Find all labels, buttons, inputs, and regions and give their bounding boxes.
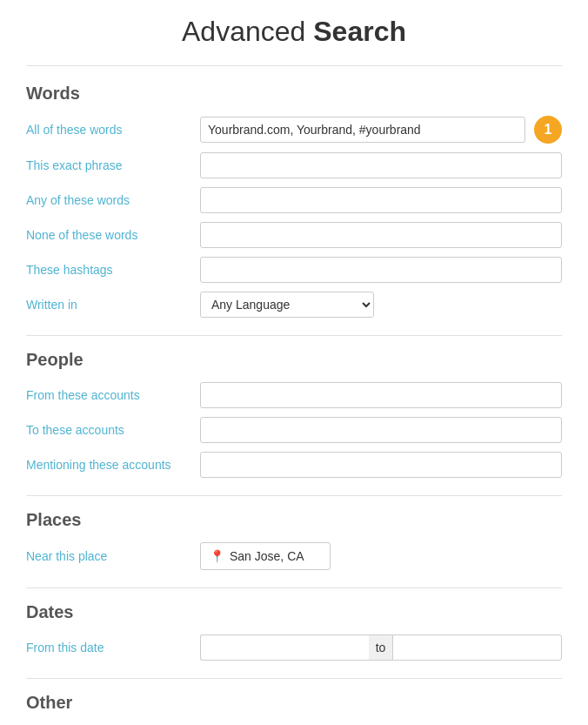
to-these-accounts-row: To these accounts	[26, 417, 562, 443]
these-hashtags-row: These hashtags	[26, 257, 562, 283]
to-these-accounts-label: To these accounts	[26, 423, 200, 437]
title-bold: Search	[313, 16, 406, 47]
places-heading: Places	[26, 510, 562, 530]
any-of-these-words-label: Any of these words	[26, 193, 200, 207]
none-of-these-words-label: None of these words	[26, 228, 200, 242]
all-of-these-words-input-wrapper: 1	[200, 116, 562, 144]
badge-1: 1	[534, 116, 562, 144]
any-of-these-words-input[interactable]	[200, 187, 562, 213]
date-to-input[interactable]	[392, 634, 562, 661]
all-of-these-words-label: All of these words	[26, 123, 200, 137]
mentioning-these-accounts-label: Mentioning these accounts	[26, 458, 200, 472]
from-this-date-label: From this date	[26, 641, 200, 655]
written-in-label: Written in	[26, 298, 200, 312]
page-container: Advanced Search Words All of these words…	[0, 0, 588, 725]
date-from-input[interactable]	[200, 634, 369, 661]
none-of-these-words-row: None of these words	[26, 222, 562, 248]
to-these-accounts-input[interactable]	[200, 417, 562, 443]
location-pin-icon: 📍	[210, 549, 224, 563]
from-these-accounts-row: From these accounts	[26, 382, 562, 408]
mentioning-these-accounts-input[interactable]	[200, 452, 562, 478]
this-exact-phrase-label: This exact phrase	[26, 158, 200, 172]
words-section: Words All of these words 1 This exact ph…	[26, 84, 562, 318]
dates-heading: Dates	[26, 602, 562, 622]
near-this-place-label: Near this place	[26, 549, 200, 563]
divider-places-dates	[26, 587, 562, 588]
other-section: Other 2 Select: Positive :) Negative :( …	[26, 693, 562, 725]
any-of-these-words-row: Any of these words	[26, 187, 562, 213]
all-of-these-words-row: All of these words 1	[26, 116, 562, 144]
from-these-accounts-label: From these accounts	[26, 388, 200, 402]
date-range-inputs: to	[200, 634, 562, 661]
from-these-accounts-input[interactable]	[200, 382, 562, 408]
divider-words-people	[26, 335, 562, 336]
location-input-wrapper[interactable]: 📍 San Jose, CA	[200, 542, 331, 570]
all-of-these-words-input[interactable]	[200, 117, 525, 143]
this-exact-phrase-row: This exact phrase	[26, 152, 562, 178]
date-separator: to	[369, 634, 393, 661]
these-hashtags-label: These hashtags	[26, 263, 200, 277]
divider-people-places	[26, 495, 562, 496]
location-text: San Jose, CA	[230, 549, 304, 563]
this-exact-phrase-input[interactable]	[200, 152, 562, 178]
from-this-date-row: From this date to	[26, 634, 562, 661]
words-heading: Words	[26, 84, 562, 104]
written-in-select[interactable]: Any Language English Spanish French Germ…	[200, 292, 374, 318]
divider-dates-other	[26, 678, 562, 679]
other-heading: Other	[26, 693, 562, 713]
people-section: People From these accounts To these acco…	[26, 350, 562, 478]
dates-section: Dates From this date to	[26, 602, 562, 661]
written-in-row: Written in Any Language English Spanish …	[26, 292, 562, 318]
title-normal: Advanced	[182, 16, 313, 47]
near-this-place-row: Near this place 📍 San Jose, CA	[26, 542, 562, 570]
these-hashtags-input[interactable]	[200, 257, 562, 283]
places-section: Places Near this place 📍 San Jose, CA	[26, 510, 562, 570]
mentioning-these-accounts-row: Mentioning these accounts	[26, 452, 562, 478]
page-title: Advanced Search	[26, 0, 562, 66]
none-of-these-words-input[interactable]	[200, 222, 562, 248]
people-heading: People	[26, 350, 562, 370]
